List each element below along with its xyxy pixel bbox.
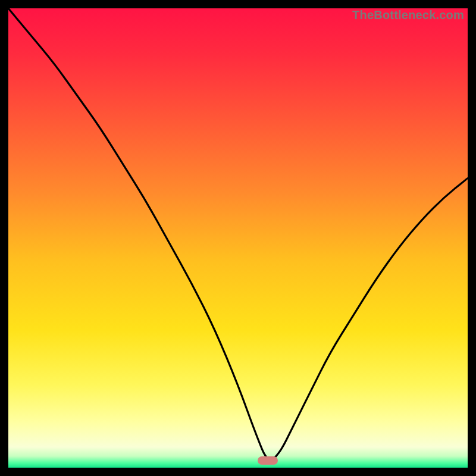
watermark-text: TheBottleneck.com (352, 8, 464, 22)
optimum-marker (258, 456, 278, 465)
bottleneck-curve (8, 8, 468, 468)
plot-area: TheBottleneck.com (8, 8, 468, 468)
chart-frame: TheBottleneck.com (8, 8, 468, 468)
